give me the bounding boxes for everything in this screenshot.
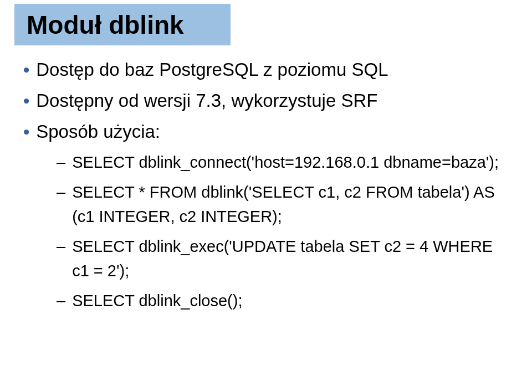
dash-marker-icon: – — [57, 150, 65, 174]
slide-title: Moduł dblink — [27, 10, 184, 40]
bullet-marker-icon: • — [23, 57, 29, 82]
sub-item: – SELECT dblink_exec('UPDATE tabela SET … — [55, 234, 510, 283]
sub-text: SELECT dblink_connect('host=192.168.0.1 … — [72, 150, 499, 174]
slide-content: • Dostęp do baz PostgreSQL z poziomu SQL… — [22, 57, 510, 318]
dash-marker-icon: – — [57, 288, 65, 313]
sub-text: SELECT dblink_exec('UPDATE tabela SET c2… — [72, 234, 510, 283]
bullet-text: Dostęp do baz PostgreSQL z poziomu SQL — [36, 57, 388, 82]
bullet-item: • Sposób użycia: — [22, 119, 510, 145]
sub-item: – SELECT * FROM dblink('SELECT c1, c2 FR… — [55, 180, 510, 229]
bullet-text: Dostępny od wersji 7.3, wykorzystuje SRF — [36, 88, 377, 114]
sub-list: – SELECT dblink_connect('host=192.168.0.… — [55, 150, 510, 313]
bullet-marker-icon: • — [23, 119, 29, 145]
dash-marker-icon: – — [57, 234, 65, 259]
bullet-text: Sposób użycia: — [36, 119, 160, 145]
sub-item: – SELECT dblink_connect('host=192.168.0.… — [55, 150, 510, 174]
bullet-item: • Dostęp do baz PostgreSQL z poziomu SQL — [22, 57, 510, 82]
bullet-marker-icon: • — [23, 88, 29, 114]
sub-text: SELECT dblink_close(); — [72, 288, 242, 313]
slide-title-box: Moduł dblink — [14, 4, 231, 45]
sub-item: – SELECT dblink_close(); — [55, 288, 510, 313]
dash-marker-icon: – — [57, 180, 65, 204]
sub-text: SELECT * FROM dblink('SELECT c1, c2 FROM… — [72, 180, 510, 229]
bullet-item: • Dostępny od wersji 7.3, wykorzystuje S… — [22, 88, 510, 114]
